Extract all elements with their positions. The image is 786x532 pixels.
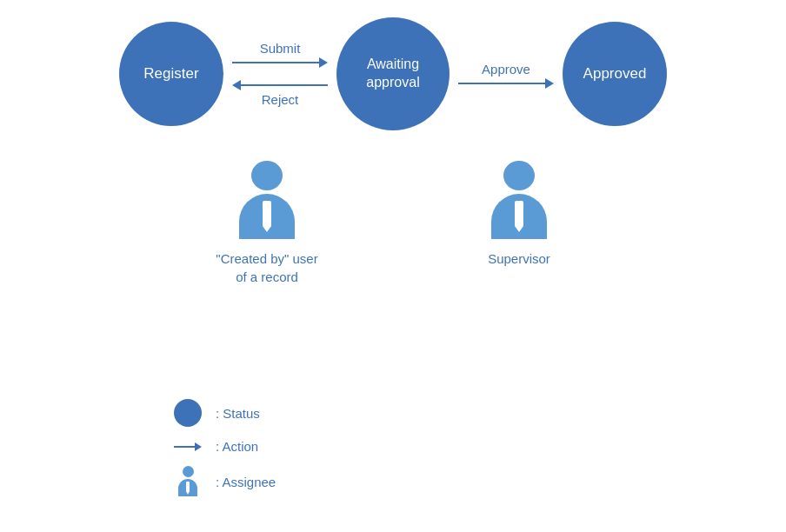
- legend-action-icon: [174, 442, 202, 451]
- approve-label: Approve: [482, 62, 530, 76]
- submit-arrow: [232, 57, 328, 68]
- state-register-label: Register: [143, 64, 198, 83]
- diagram-container: Register Submit Reject Awaiting: [0, 0, 786, 532]
- creator-label: "Created by" userof a record: [216, 249, 317, 286]
- creator-icon: [232, 161, 302, 239]
- supervisor-head: [503, 161, 535, 190]
- actor-supervisor: Supervisor: [445, 161, 593, 286]
- legend-action: : Action: [174, 439, 276, 454]
- supervisor-label: Supervisor: [488, 249, 550, 268]
- legend-person-body: [178, 479, 197, 496]
- creator-tie: [263, 201, 271, 227]
- legend-action-label: : Action: [216, 439, 258, 454]
- legend-status-icon: [174, 399, 202, 427]
- legend-person-tie: [186, 482, 190, 492]
- reject-label: Reject: [262, 92, 299, 107]
- submit-reject-arrows: Submit Reject: [232, 39, 328, 109]
- legend-assignee: : Assignee: [174, 466, 276, 497]
- state-approved: Approved: [563, 22, 667, 126]
- creator-head: [251, 161, 283, 190]
- legend-status: : Status: [174, 399, 276, 427]
- actors-row: "Created by" userof a record Supervisor: [0, 161, 786, 286]
- supervisor-body: [491, 194, 547, 239]
- submit-label: Submit: [260, 41, 301, 56]
- states-row: Register Submit Reject Awaiting: [0, 17, 786, 130]
- actor-creator: "Created by" userof a record: [193, 161, 341, 286]
- state-awaiting-label: Awaitingapproval: [366, 56, 419, 92]
- state-register: Register: [119, 22, 223, 126]
- legend-assignee-label: : Assignee: [216, 475, 276, 489]
- state-approved-label: Approved: [583, 64, 647, 83]
- legend-person-head: [183, 466, 194, 477]
- approve-arrow-group: Approve: [458, 60, 554, 89]
- supervisor-tie: [515, 201, 523, 227]
- legend-assignee-icon: [174, 466, 202, 497]
- state-awaiting: Awaitingapproval: [336, 17, 450, 130]
- legend-status-label: : Status: [216, 406, 260, 421]
- reject-arrow: [232, 80, 328, 90]
- legend: : Status : Action : Assignee: [174, 399, 276, 497]
- approve-arrow: [458, 78, 554, 89]
- supervisor-icon: [484, 161, 554, 239]
- creator-body: [239, 194, 295, 239]
